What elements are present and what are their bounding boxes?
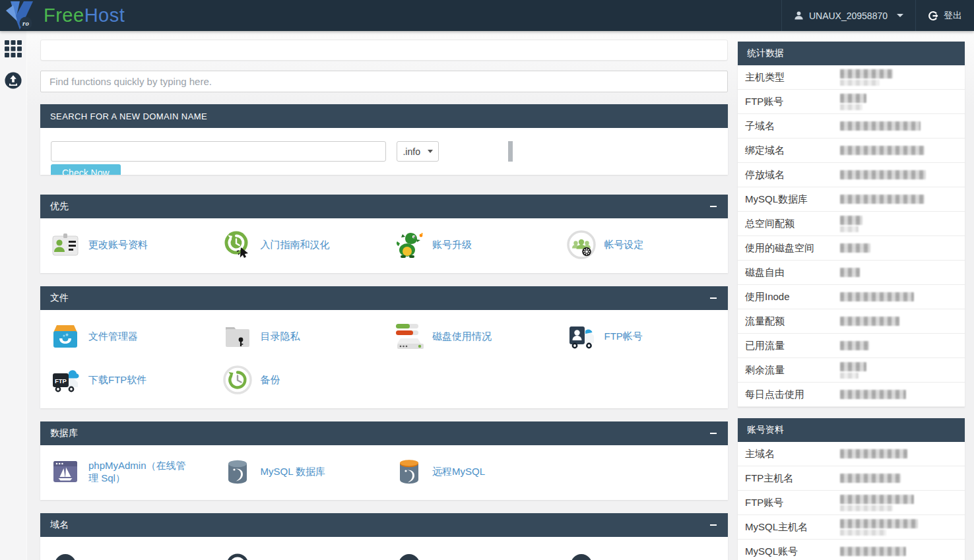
getting-started-icon (223, 230, 252, 259)
censored-value (840, 261, 860, 284)
logout-button[interactable]: 登出 (915, 0, 974, 31)
info-row: 子域名 (738, 114, 965, 139)
feature-label[interactable]: 入门指南和汉化 (261, 238, 330, 251)
feature-item[interactable]: 目录隐私 (212, 320, 385, 353)
censored-value (840, 65, 893, 89)
domain-search-panel: SEARCH FOR A NEW DOMAIN NAME .info Check… (40, 104, 728, 175)
censored-value (840, 236, 870, 260)
stats-panel: 统计数据 主机类型 FTP账号 子域名 绑定域名 停放域名 M (738, 42, 965, 407)
feature-label[interactable]: 磁盘使用情况 (432, 330, 492, 343)
check-now-button[interactable]: Check Now (51, 164, 121, 175)
feature-label[interactable]: MySQL 数据库 (261, 465, 326, 478)
feature-item[interactable]: 远程MySQL (384, 455, 556, 488)
feature-item[interactable] (40, 547, 212, 560)
feature-label[interactable]: 更改账号资料 (88, 238, 148, 251)
info-row-label: MySQL数据库 (745, 193, 808, 206)
app-grid-icon[interactable] (5, 40, 22, 57)
collapse-minus-icon[interactable] (709, 520, 718, 530)
remote-mysql-icon (395, 457, 424, 486)
collapse-minus-icon[interactable] (709, 294, 718, 303)
info-row: 每日点击使用 (738, 383, 965, 407)
info-row: 磁盘自由 (738, 261, 965, 285)
feature-label[interactable]: FTP帐号 (604, 330, 643, 343)
censored-value (840, 212, 862, 235)
domain-input[interactable] (51, 141, 386, 162)
tld-select[interactable]: .info (397, 141, 439, 162)
info-row: 已用流量 (738, 334, 965, 358)
feature-label[interactable]: 帐号设定 (604, 238, 644, 251)
censored-value (840, 334, 869, 358)
censored-value (840, 187, 925, 211)
info-row-label: 子域名 (745, 120, 775, 133)
censored-value (840, 358, 866, 382)
collapse-minus-icon[interactable] (709, 202, 718, 211)
info-row: 使用Inode (738, 285, 965, 309)
quick-find-input[interactable] (40, 71, 728, 92)
censored-value (840, 442, 907, 466)
circle-ring-icon (223, 549, 252, 560)
app-logo[interactable]: ro FreeHost (0, 0, 125, 31)
censored-value (840, 163, 926, 187)
info-row-label: MySQL账号 (745, 545, 798, 558)
svg-text:ro: ro (22, 19, 29, 27)
feature-item[interactable]: 磁盘使用情况 (384, 320, 556, 353)
feature-item[interactable]: 帐号设定 (556, 228, 729, 261)
section-body: phpMyAdmin（在线管理 Sql） MySQL 数据库 远程MySQL (40, 445, 728, 500)
user-menu[interactable]: UNAUX_20958870 (781, 0, 915, 31)
section-数据库: 数据库 phpMyAdmin（在线管理 Sql） MySQL 数据库 远程MyS… (40, 421, 728, 500)
info-row-label: 使用的磁盘空间 (745, 242, 814, 255)
censored-value (840, 540, 906, 560)
collapse-minus-icon[interactable] (709, 429, 718, 438)
info-row: FTP账号 (738, 90, 965, 114)
feature-label[interactable]: phpMyAdmin（在线管理 Sql） (88, 459, 195, 485)
feature-item[interactable]: 账号升级 (384, 228, 556, 261)
feature-label[interactable]: 目录隐私 (261, 330, 300, 343)
feature-item[interactable]: 入门指南和汉化 (212, 228, 385, 261)
info-row-label: 绑定域名 (745, 144, 785, 157)
feature-item[interactable]: 备份 (212, 363, 385, 396)
feature-item[interactable]: 文件管理器 (40, 320, 212, 353)
section-title: 文件 (50, 292, 69, 304)
feature-item[interactable] (384, 547, 556, 560)
account-settings-icon (567, 230, 596, 259)
section-域名: 域名 (40, 513, 728, 560)
domain-search-body: .info Check Now (40, 128, 728, 175)
backup-icon (223, 365, 252, 394)
section-body (40, 537, 728, 560)
section-title: 数据库 (50, 427, 78, 439)
feature-label[interactable]: 文件管理器 (88, 330, 138, 343)
info-row: 使用的磁盘空间 (738, 236, 965, 261)
info-row-label: 停放域名 (745, 169, 785, 181)
censored-value (840, 383, 906, 406)
feature-label[interactable]: 下载FTP软件 (88, 373, 146, 387)
info-row-label: FTP账号 (745, 497, 783, 509)
phpmyadmin-icon (51, 457, 80, 486)
feature-label[interactable]: 备份 (261, 373, 280, 387)
section-文件: 文件 文件管理器 目录隐私 磁盘使用情况 FTP帐号 FTP 下载FTP软件 备… (40, 286, 728, 408)
file-manager-icon (51, 322, 80, 351)
feature-label[interactable]: 账号升级 (432, 238, 472, 251)
censored-value (840, 309, 899, 333)
stats-panel-header: 统计数据 (738, 42, 965, 65)
svg-text:FTP: FTP (55, 377, 67, 385)
info-row-label: 已用流量 (745, 340, 785, 352)
feature-item[interactable]: phpMyAdmin（在线管理 Sql） (40, 455, 212, 488)
account-panel-title: 账号资料 (747, 424, 784, 436)
feature-item[interactable]: FTP帐号 (556, 320, 729, 353)
info-row: 剩余流量 (738, 358, 965, 383)
feature-item[interactable] (212, 547, 385, 560)
circle-solid-icon (395, 549, 424, 560)
upload-icon[interactable] (5, 72, 22, 89)
logout-label: 登出 (944, 10, 962, 22)
info-row-label: MySQL主机名 (745, 521, 808, 534)
user-icon (794, 11, 804, 20)
feature-label[interactable]: 远程MySQL (432, 465, 485, 478)
feature-item[interactable]: 更改账号资料 (40, 228, 212, 261)
mysql-db-icon (223, 457, 252, 486)
feature-item[interactable]: FTP 下载FTP软件 (40, 363, 212, 396)
section-header: 数据库 (40, 421, 728, 445)
censored-value (840, 515, 918, 539)
feature-item[interactable] (556, 547, 729, 560)
feature-item[interactable]: MySQL 数据库 (212, 455, 385, 488)
ftp-accounts-icon (567, 322, 596, 351)
